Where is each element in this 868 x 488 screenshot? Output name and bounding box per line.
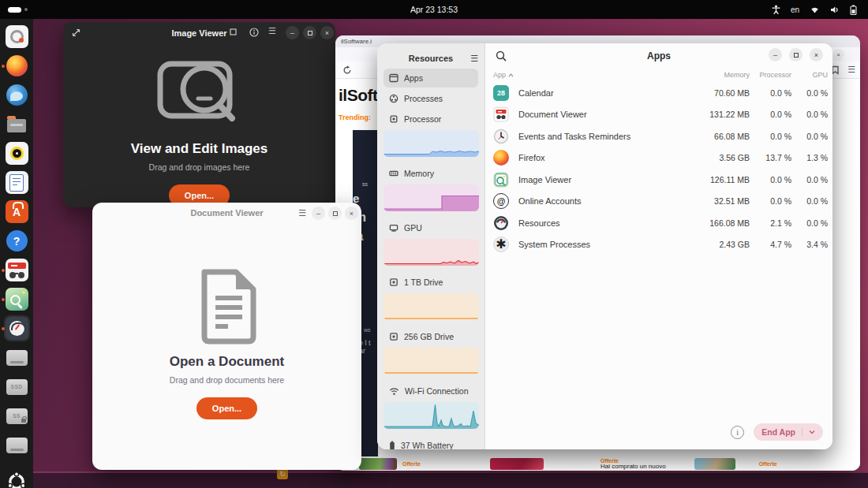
dock-item-libreoffice-writer[interactable] bbox=[1, 168, 32, 197]
sidebar-title: Resources bbox=[409, 54, 453, 63]
drive-chart bbox=[383, 293, 479, 320]
column-memory[interactable]: Memory bbox=[682, 71, 750, 79]
image-viewer-headerbar[interactable]: Image Viewer ☰ – × bbox=[63, 22, 335, 43]
column-processor[interactable]: Processor bbox=[750, 71, 791, 79]
website-logo: ilSoft bbox=[339, 86, 378, 105]
firefox-app-icon bbox=[493, 150, 509, 166]
table-row-document-viewer[interactable]: Document Viewer 131.22 MB 0.0 % 0.0 % bbox=[485, 104, 832, 126]
dock-item-firefox[interactable] bbox=[1, 51, 32, 80]
dock-item-files[interactable] bbox=[1, 110, 32, 139]
sidebar-item-wifi[interactable]: Wi-Fi Connection bbox=[383, 382, 478, 429]
end-app-button[interactable]: End App bbox=[754, 423, 823, 441]
page-refresh-badge: ↻ bbox=[277, 468, 288, 479]
maximize-button[interactable] bbox=[789, 48, 803, 61]
empty-state-title: View and Edit Images bbox=[131, 141, 268, 157]
dock-item-thunderbird[interactable] bbox=[1, 80, 32, 110]
drive-icon bbox=[389, 278, 398, 287]
table-row-resources[interactable]: Resources 166.08 MB 2.1 % 0.0 % bbox=[485, 212, 832, 234]
memory-icon bbox=[389, 169, 398, 178]
wifi-icon bbox=[810, 6, 820, 14]
document-viewer-window: Document Viewer ☰ – × Open a Document Dr… bbox=[92, 203, 361, 470]
table-row-firefox[interactable]: Firefox 3.56 GB 13.7 % 1.3 % bbox=[485, 147, 832, 169]
close-button[interactable]: × bbox=[832, 49, 844, 61]
firefox-menu-icon[interactable]: ☰ bbox=[847, 65, 855, 75]
offer-thumbnail[interactable] bbox=[490, 458, 544, 470]
reload-icon[interactable] bbox=[342, 65, 352, 75]
close-button[interactable]: × bbox=[320, 26, 334, 39]
sidebar-item-memory[interactable]: Memory bbox=[383, 164, 478, 211]
dock-item-resources[interactable] bbox=[1, 314, 32, 343]
maximize-button[interactable] bbox=[303, 26, 316, 39]
loupe-empty-icon bbox=[152, 58, 247, 130]
minimize-button[interactable]: – bbox=[312, 207, 325, 220]
dock-item-image-viewer[interactable] bbox=[1, 285, 32, 314]
drive-chart bbox=[383, 348, 479, 374]
rhythmbox-icon bbox=[10, 147, 24, 160]
sidebar-item-label: 37 Wh Battery bbox=[401, 441, 454, 449]
sidebar-item-gpu[interactable]: GPU bbox=[383, 218, 478, 266]
table-row-system-processes[interactable]: ✱ System Processes 2.43 GB 4.7 % 3.4 % bbox=[485, 234, 832, 256]
clock[interactable]: Apr 23 13:53 bbox=[0, 5, 868, 14]
sidebar-item-label: Processes bbox=[404, 94, 443, 103]
dock-item-ssd-encrypted[interactable]: SS bbox=[1, 401, 32, 430]
fullscreen-icon[interactable] bbox=[72, 28, 80, 37]
close-button[interactable]: × bbox=[810, 48, 823, 61]
column-gpu[interactable]: GPU bbox=[791, 71, 828, 79]
minimize-button[interactable]: – bbox=[286, 26, 299, 39]
sidebar-item-apps[interactable]: Apps bbox=[383, 69, 478, 88]
dock-item-ssd[interactable]: SSD bbox=[1, 372, 32, 401]
sidebar-item-256gb-drive[interactable]: 256 GB Drive bbox=[383, 327, 478, 374]
offer-badge: Offerte bbox=[402, 461, 421, 467]
rotate-icon[interactable] bbox=[229, 28, 238, 36]
dock: A ? SSD SS bbox=[0, 19, 33, 488]
online-accounts-icon: @ bbox=[493, 193, 509, 209]
table-row-calendar[interactable]: 28 Calendar 70.60 MB 0.0 % 0.0 % bbox=[485, 82, 832, 104]
window-title: Image Viewer bbox=[171, 28, 226, 38]
offer-thumbnail[interactable] bbox=[359, 458, 397, 470]
help-icon: ? bbox=[6, 230, 28, 251]
search-icon[interactable] bbox=[496, 50, 507, 61]
sidebar-headerbar[interactable]: Resources ☰ bbox=[383, 48, 478, 69]
close-button[interactable]: × bbox=[345, 207, 358, 220]
dock-item-document-viewer[interactable] bbox=[1, 255, 32, 285]
dock-item-desktop-guide[interactable] bbox=[1, 22, 32, 51]
table-row-events-reminders[interactable]: Events and Tasks Reminders 66.08 MB 0.0 … bbox=[485, 125, 832, 147]
thunderbird-icon bbox=[6, 84, 28, 106]
dock-item-drive-1[interactable] bbox=[1, 343, 32, 372]
info-icon[interactable] bbox=[249, 28, 259, 37]
dock-item-drive-2[interactable] bbox=[1, 430, 32, 460]
sidebar-item-processor[interactable]: Processor bbox=[383, 110, 478, 157]
drive-icon bbox=[6, 438, 28, 453]
info-button[interactable]: i bbox=[731, 426, 744, 439]
menu-icon[interactable]: ☰ bbox=[298, 208, 306, 218]
dock-item-rhythmbox[interactable] bbox=[1, 139, 32, 168]
button-divider bbox=[802, 427, 803, 437]
encrypted-ssd-icon: SS bbox=[6, 408, 28, 424]
image-viewer-icon bbox=[6, 288, 28, 311]
menu-icon[interactable]: ☰ bbox=[268, 26, 276, 36]
sidebar-item-processes[interactable]: Processes bbox=[383, 89, 478, 108]
offer-thumbnail[interactable] bbox=[694, 458, 735, 470]
browser-tab-title[interactable]: ilSoftware.i bbox=[341, 38, 372, 45]
minimize-button[interactable]: – bbox=[769, 48, 782, 61]
empty-state-title: Open a Document bbox=[170, 354, 284, 370]
document-viewer-headerbar[interactable]: Document Viewer ☰ – × bbox=[92, 203, 361, 223]
dock-item-help[interactable]: ? bbox=[1, 226, 32, 255]
offer-title[interactable]: Hai comprato un nuovo bbox=[600, 464, 666, 470]
column-app[interactable]: App bbox=[493, 71, 514, 79]
battery-icon bbox=[850, 5, 857, 15]
sidebar-item-1tb-drive[interactable]: 1 TB Drive bbox=[383, 273, 478, 320]
table-row-online-accounts[interactable]: @ Online Accounts 32.51 MB 0.0 % 0.0 % bbox=[485, 191, 832, 213]
sidebar-item-battery[interactable]: 37 Wh Battery bbox=[383, 436, 478, 449]
menu-icon[interactable]: ☰ bbox=[470, 54, 478, 64]
dock-item-show-apps[interactable] bbox=[1, 467, 32, 488]
system-tray[interactable]: en bbox=[772, 5, 857, 15]
dock-item-app-center[interactable]: A bbox=[1, 197, 32, 226]
chevron-down-icon[interactable] bbox=[809, 430, 815, 434]
ubuntu-logo-icon bbox=[6, 471, 27, 488]
apps-headerbar[interactable]: Apps – × bbox=[485, 43, 832, 69]
empty-state-subtitle: Drag and drop documents here bbox=[170, 375, 284, 385]
open-document-button[interactable]: Open... bbox=[196, 397, 257, 419]
table-row-image-viewer[interactable]: Image Viewer 126.11 MB 0.0 % 0.0 % bbox=[485, 169, 832, 191]
maximize-button[interactable] bbox=[328, 207, 342, 220]
